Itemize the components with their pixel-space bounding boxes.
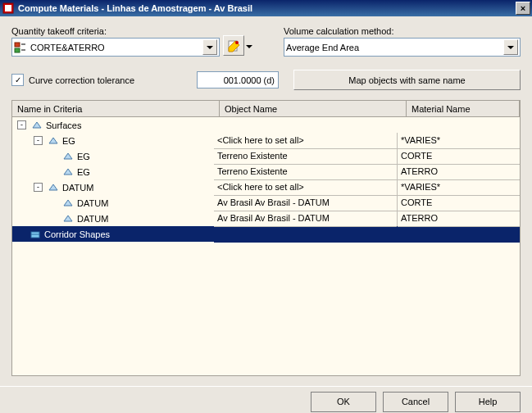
- surface-icon: [48, 182, 59, 193]
- tree-row[interactable]: DATUMAv Brasil Av Brasil - DATUMATERRO: [12, 211, 520, 226]
- tree-node-label: EG: [77, 167, 90, 177]
- material-name-cell[interactable]: *VARIES*: [398, 179, 520, 196]
- materials-grid: Name in Criteria Object Name Material Na…: [11, 100, 521, 376]
- volume-dropdown-button[interactable]: [503, 39, 518, 55]
- material-name-cell[interactable]: ATERRO: [398, 211, 520, 227]
- material-name-cell[interactable]: CORTE: [398, 195, 520, 211]
- title-bar: Compute Materials - Linhas de Amostragem…: [0, 0, 532, 16]
- window-title: Compute Materials - Linhas de Amostragem…: [18, 3, 516, 13]
- object-name-cell[interactable]: Terreno Existente: [214, 164, 398, 180]
- surface-icon: [62, 197, 74, 209]
- edit-criteria-button[interactable]: [223, 35, 244, 56]
- col-header-name[interactable]: Name in Criteria: [12, 101, 220, 116]
- object-name-cell[interactable]: Av Brasil Av Brasil - DATUM: [214, 195, 398, 211]
- grid-body: -Surfaces-EG<Click here to set all>*VARI…: [12, 117, 520, 375]
- curve-correction-label: Curve correction tolerance: [29, 75, 134, 85]
- tree-row[interactable]: -DATUM<Click here to set all>*VARIES*: [12, 179, 520, 195]
- volume-label: Volume calculation method:: [284, 26, 521, 36]
- ok-button[interactable]: OK: [311, 392, 376, 412]
- material-name-cell[interactable]: CORTE: [398, 148, 520, 165]
- help-button[interactable]: Help: [455, 392, 521, 412]
- volume-value: Average End Area: [286, 43, 503, 52]
- volume-combo[interactable]: Average End Area: [284, 38, 521, 57]
- tree-row[interactable]: EGTerreno ExistenteATERRO: [12, 164, 520, 179]
- tree-node-label: EG: [77, 152, 90, 161]
- pencil-icon: [227, 39, 240, 52]
- tree-row[interactable]: DATUMAv Brasil Av Brasil - DATUMCORTE: [12, 195, 520, 211]
- criteria-label: Quantity takeoff criteria:: [11, 26, 218, 36]
- dialog-footer: OK Cancel Help: [0, 386, 532, 413]
- cancel-button[interactable]: Cancel: [383, 392, 448, 412]
- object-name-cell[interactable]: Av Brasil Av Brasil - DATUM: [214, 211, 398, 227]
- object-name-cell[interactable]: <Click here to set all>: [214, 179, 398, 196]
- col-header-object[interactable]: Object Name: [220, 101, 407, 116]
- tree-row[interactable]: -Surfaces: [12, 117, 520, 133]
- surface-icon: [48, 135, 59, 147]
- app-icon: [2, 2, 15, 15]
- object-name-cell[interactable]: [214, 226, 398, 243]
- tree-node-label: DATUM: [77, 198, 108, 208]
- tree-row[interactable]: EGTerreno ExistenteCORTE: [12, 148, 520, 164]
- close-button[interactable]: ×: [516, 2, 530, 15]
- tree-expander[interactable]: -: [34, 183, 43, 192]
- svg-rect-1: [5, 5, 11, 11]
- tree-node-label: DATUM: [62, 183, 93, 193]
- object-name-cell[interactable]: Terreno Existente: [214, 148, 398, 165]
- tree-node-label: DATUM: [77, 214, 108, 224]
- tree-expander[interactable]: -: [17, 120, 26, 129]
- chevron-down-icon: [507, 46, 514, 49]
- map-objects-button[interactable]: Map objects with same name: [293, 70, 521, 90]
- chevron-down-icon[interactable]: [246, 45, 252, 48]
- criteria-icon: [14, 41, 27, 54]
- surfaces-icon: [31, 120, 43, 131]
- tree-node-label: EG: [62, 136, 75, 146]
- svg-point-5: [235, 41, 239, 44]
- corridor-icon: [30, 229, 41, 240]
- tree-node-label: Corridor Shapes: [44, 229, 110, 239]
- svg-rect-3: [15, 48, 20, 52]
- material-name-cell[interactable]: *VARIES*: [398, 133, 520, 149]
- surface-icon: [62, 166, 74, 178]
- material-name-cell[interactable]: [398, 226, 520, 243]
- tree-row[interactable]: -EG<Click here to set all>*VARIES*: [12, 133, 520, 148]
- criteria-value: CORTE&ATERRO: [30, 43, 202, 52]
- surface-icon: [62, 151, 74, 162]
- curve-correction-checkbox[interactable]: ✓ Curve correction tolerance: [11, 74, 134, 86]
- tree-row[interactable]: Corridor Shapes: [12, 226, 520, 242]
- criteria-combo[interactable]: CORTE&ATERRO: [11, 38, 220, 57]
- tree-node-label: Surfaces: [46, 120, 81, 130]
- surface-icon: [62, 213, 74, 225]
- col-header-material[interactable]: Material Name: [407, 101, 520, 116]
- svg-rect-2: [15, 43, 20, 47]
- grid-header: Name in Criteria Object Name Material Na…: [12, 101, 520, 117]
- tree-expander[interactable]: -: [34, 136, 43, 145]
- material-name-cell[interactable]: ATERRO: [398, 164, 520, 180]
- object-name-cell[interactable]: <Click here to set all>: [214, 133, 398, 149]
- curve-correction-input[interactable]: 001.0000 (d): [197, 71, 279, 88]
- criteria-dropdown-button[interactable]: [202, 39, 217, 55]
- checkbox-icon: ✓: [11, 74, 24, 86]
- chevron-down-icon: [207, 46, 213, 49]
